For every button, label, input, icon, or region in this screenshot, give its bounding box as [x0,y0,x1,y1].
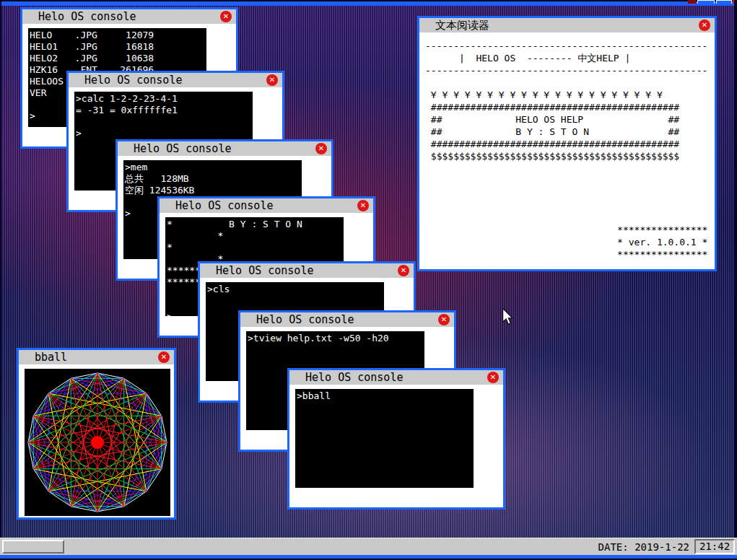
screen-edge-top-blue [0,1,737,6]
close-icon: ✕ [487,372,499,383]
close-icon: ✕ [438,314,450,325]
taskbar: DATE: 2019-1-22 21:42 [0,538,737,555]
close-icon: ✕ [699,19,710,31]
close-icon: ✕ [158,351,170,363]
window-title: Helo OS console [256,312,354,327]
bball-canvas [25,369,170,516]
mouse-cursor-icon [501,308,514,328]
console-window-1-titlebar[interactable]: Helo OS console ✕ [22,9,236,24]
console-window-4-titlebar[interactable]: Helo OS console ✕ [160,198,373,213]
close-button[interactable]: ✕ [315,143,327,154]
window-title: Helo OS console [84,73,182,87]
taskbar-date: DATE: 2019-1-22 [598,538,689,556]
taskbar-start-button[interactable] [2,540,64,554]
close-icon: ✕ [357,200,369,211]
close-button[interactable]: ✕ [158,351,170,363]
screen-edge-fragment [688,0,696,4]
close-button[interactable]: ✕ [699,19,710,31]
text-reader-window: 文本阅读器 ✕ --------------------------------… [417,16,717,271]
console-window-5-titlebar[interactable]: Helo OS console ✕ [200,263,414,278]
screen-edge-fragment [697,0,715,4]
close-icon: ✕ [266,74,278,86]
console-window-6-titlebar[interactable]: Helo OS console ✕ [240,312,454,327]
window-title: 文本阅读器 [435,18,489,32]
close-icon: ✕ [315,143,327,154]
screen-edge-fragment [716,0,732,4]
console-window-7-titlebar[interactable]: Helo OS console ✕ [289,370,503,385]
close-button[interactable]: ✕ [220,11,232,22]
console-window-7: Helo OS console ✕ >bball [287,368,505,509]
text-reader-titlebar[interactable]: 文本阅读器 ✕ [419,18,715,32]
window-title: Helo OS console [175,198,273,213]
bball-window-titlebar[interactable]: bball ✕ [19,350,174,364]
close-button[interactable]: ✕ [357,200,369,211]
taskbar-clock: 21:42 [694,539,735,554]
close-button[interactable]: ✕ [398,265,409,276]
screen-edge-right [734,0,737,560]
close-button[interactable]: ✕ [266,74,278,86]
console-window-3-titlebar[interactable]: Helo OS console ✕ [118,141,331,156]
text-reader-content: ----------------------------------------… [425,40,707,261]
window-title: Helo OS console [134,141,231,156]
console-window-2-titlebar[interactable]: Helo OS console ✕ [69,73,282,87]
window-title: Helo OS console [38,9,136,24]
close-icon: ✕ [398,265,409,276]
window-title: Helo OS console [305,370,403,385]
screen-edge-left [0,0,1,560]
bball-window: bball ✕ [17,348,176,520]
console-screen[interactable]: >bball [295,389,474,488]
close-button[interactable]: ✕ [438,314,450,325]
bball-pattern-svg [25,369,170,516]
window-title: bball [35,350,67,364]
window-title: Helo OS console [216,263,313,278]
close-icon: ✕ [220,11,232,22]
desktop: Helo OS console ✕ HELO .JPG 12079 HELO1 … [0,0,737,560]
close-button[interactable]: ✕ [487,372,499,383]
